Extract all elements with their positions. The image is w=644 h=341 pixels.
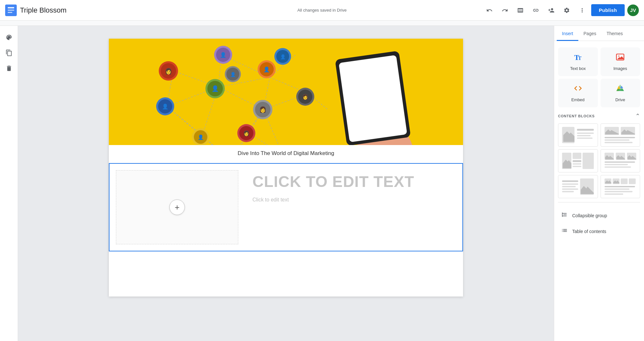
tab-pages[interactable]: Pages: [578, 26, 601, 41]
main-layout: 👤 👤 👤 👩 👤: [0, 26, 644, 341]
delete-icon: [5, 65, 13, 72]
svg-rect-97: [562, 189, 578, 190]
app-logo: Triple Blossom: [5, 5, 67, 16]
svg-text:👤: 👤: [162, 103, 168, 110]
ruler: [0, 21, 644, 26]
more-button[interactable]: [576, 4, 589, 17]
drive-label: Drive: [615, 97, 625, 102]
svg-rect-106: [604, 191, 632, 192]
content-block[interactable]: + CLICK TO EDIT TEXT Click to edit text: [109, 163, 463, 251]
svg-rect-102: [620, 179, 627, 184]
svg-rect-73: [577, 129, 594, 131]
svg-rect-103: [629, 179, 635, 184]
svg-rect-76: [577, 138, 592, 139]
palette-icon: [5, 34, 13, 41]
content-blocks-header: CONTENT BLOCKS ⌃: [558, 112, 640, 120]
block-thumb-4[interactable]: [601, 149, 640, 172]
tab-themes[interactable]: Themes: [601, 26, 628, 41]
delete-button[interactable]: [3, 62, 15, 75]
tab-insert[interactable]: Insert: [557, 26, 578, 41]
svg-rect-1: [8, 7, 14, 8]
insert-embed[interactable]: Embed: [558, 79, 598, 107]
block-grid: [558, 123, 640, 198]
svg-text:👤: 👤: [263, 66, 270, 73]
undo-icon: [486, 7, 493, 14]
collapsible-group-item[interactable]: Collapsible group: [558, 208, 640, 223]
svg-rect-79: [604, 137, 635, 138]
block-thumb-1[interactable]: [558, 123, 598, 147]
settings-button[interactable]: [560, 4, 573, 17]
svg-rect-67: [339, 55, 407, 142]
palette-button[interactable]: [3, 31, 15, 44]
collapsible-icon: [561, 211, 568, 219]
left-toolbar: [0, 26, 18, 341]
avatar[interactable]: JV: [627, 5, 639, 16]
insert-grid: TT Text box Images Embed: [558, 47, 640, 107]
insert-drive[interactable]: Drive: [601, 79, 640, 107]
copy-icon: [5, 49, 13, 56]
svg-point-71: [618, 55, 620, 57]
duplicate-button[interactable]: [3, 46, 15, 59]
insert-images[interactable]: Images: [601, 47, 640, 76]
header-actions: Publish JV: [483, 4, 639, 17]
svg-rect-98: [562, 191, 574, 192]
image-placeholder[interactable]: +: [116, 170, 238, 244]
doc-icon: [5, 5, 17, 16]
toc-icon: [561, 227, 568, 235]
edit-text-placeholder-sub[interactable]: Click to edit text: [252, 197, 455, 203]
svg-text:T: T: [578, 55, 582, 61]
add-person-icon: [548, 7, 554, 14]
block-thumb-5[interactable]: [558, 175, 598, 198]
svg-text:👩: 👩: [302, 94, 308, 100]
doc-title[interactable]: Triple Blossom: [20, 6, 67, 15]
hero-image[interactable]: 👤 👤 👤 👩 👤: [109, 39, 463, 145]
svg-text:👩: 👩: [243, 130, 250, 136]
panel-tabs: Insert Pages Themes: [554, 26, 644, 41]
preview-icon: [517, 7, 524, 14]
svg-rect-87: [582, 153, 594, 169]
images-label: Images: [613, 66, 627, 71]
svg-rect-86: [573, 166, 581, 167]
network-illustration: 👤 👤 👤 👩 👤: [109, 39, 463, 145]
svg-rect-80: [604, 140, 629, 141]
add-content-button[interactable]: +: [169, 200, 185, 215]
chevron-up-icon[interactable]: ⌃: [635, 112, 640, 120]
embed-label: Embed: [571, 97, 584, 102]
page-canvas: 👤 👤 👤 👩 👤: [109, 39, 463, 297]
svg-rect-83: [573, 153, 581, 159]
svg-rect-91: [604, 161, 635, 163]
block-thumb-3[interactable]: [558, 149, 598, 172]
images-icon: [616, 53, 625, 63]
edit-text-placeholder-main[interactable]: CLICK TO EDIT TEXT: [252, 173, 455, 190]
table-of-contents-item[interactable]: Table of contents: [558, 223, 640, 239]
drive-icon: [616, 84, 625, 95]
share-button[interactable]: [545, 4, 558, 17]
svg-text:👤: 👤: [212, 85, 219, 92]
undo-button[interactable]: [483, 4, 496, 17]
svg-rect-107: [604, 193, 623, 195]
redo-icon: [502, 7, 508, 14]
link-button[interactable]: [529, 4, 542, 17]
more-vert-icon: [579, 7, 585, 14]
collapsible-group-label: Collapsible group: [572, 213, 607, 218]
svg-text:👤: 👤: [220, 52, 226, 58]
table-of-contents-label: Table of contents: [572, 229, 606, 234]
publish-button[interactable]: Publish: [591, 4, 625, 16]
insert-textbox[interactable]: TT Text box: [558, 47, 598, 76]
textbox-label: Text box: [570, 66, 586, 71]
svg-rect-92: [604, 164, 628, 165]
textbox-icon: TT: [573, 53, 582, 63]
svg-rect-74: [577, 132, 594, 134]
block-text-area: CLICK TO EDIT TEXT Click to edit text: [245, 164, 462, 251]
block-thumb-6[interactable]: [601, 175, 640, 198]
svg-rect-81: [604, 142, 632, 143]
svg-rect-93: [604, 166, 631, 168]
block-thumb-2[interactable]: [601, 123, 640, 147]
content-blocks-title: CONTENT BLOCKS: [558, 114, 595, 118]
panel-content: TT Text box Images Embed: [554, 41, 644, 246]
canvas-area: 👤 👤 👤 👩 👤: [18, 26, 554, 341]
svg-text:👤: 👤: [280, 54, 286, 60]
svg-text:👩: 👩: [259, 106, 267, 113]
preview-button[interactable]: [514, 4, 527, 17]
redo-button[interactable]: [498, 4, 511, 17]
